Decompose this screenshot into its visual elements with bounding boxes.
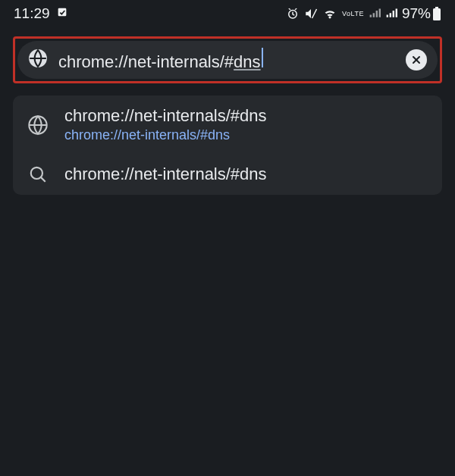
battery-icon <box>432 7 441 20</box>
signal-icon-2 <box>385 8 397 19</box>
svg-line-10 <box>41 177 46 182</box>
suggestion-item[interactable]: chrome://net-internals/#dns chrome://net… <box>13 96 442 154</box>
url-bar[interactable]: chrome://net-internals/#dns <box>17 41 438 79</box>
svg-point-9 <box>31 168 42 179</box>
suggestion-item[interactable]: chrome://net-internals/#dns <box>13 154 442 195</box>
svg-rect-3 <box>433 8 441 20</box>
volte-icon: VoLTE <box>342 11 364 17</box>
status-time: 11:29 <box>14 5 50 22</box>
suggestions-list: chrome://net-internals/#dns chrome://net… <box>13 96 442 195</box>
svg-rect-4 <box>435 7 438 8</box>
close-icon <box>410 54 422 66</box>
battery-percent: 97% <box>402 5 431 22</box>
status-bar: 11:29 VoLTE 97% <box>0 0 455 27</box>
svg-line-2 <box>312 9 317 18</box>
alarm-icon <box>286 7 300 20</box>
url-text-prefix: chrome://net-internals/# <box>58 52 234 72</box>
suggestion-title: chrome://net-internals/#dns <box>64 106 267 126</box>
battery-indicator: 97% <box>402 5 441 22</box>
url-input[interactable]: chrome://net-internals/#dns <box>58 48 395 72</box>
status-left: 11:29 <box>14 5 68 22</box>
suggestion-title: chrome://net-internals/#dns <box>64 164 267 184</box>
text-caret <box>262 48 263 67</box>
status-right: VoLTE 97% <box>286 5 441 22</box>
suggestion-subtitle: chrome://net-internals/#dns <box>64 127 267 143</box>
globe-icon <box>28 49 48 71</box>
url-bar-highlight: chrome://net-internals/#dns <box>13 36 442 83</box>
mute-icon <box>304 7 318 20</box>
search-icon <box>27 164 49 184</box>
globe-icon <box>27 114 49 136</box>
url-text-underlined: dns <box>234 52 260 72</box>
signal-icon-1 <box>369 8 381 19</box>
clear-button[interactable] <box>406 49 427 70</box>
svg-rect-0 <box>58 8 66 17</box>
notification-icon <box>56 5 68 22</box>
wifi-icon <box>322 8 337 20</box>
